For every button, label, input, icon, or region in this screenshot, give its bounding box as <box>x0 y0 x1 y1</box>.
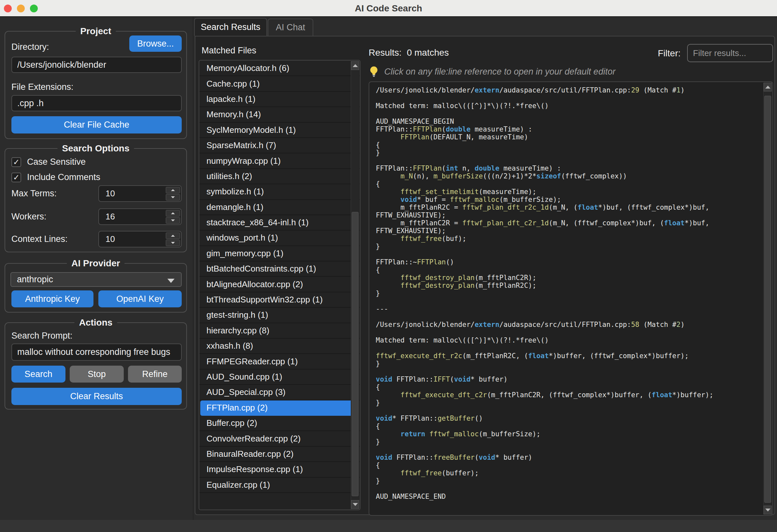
scroll-down-icon[interactable] <box>351 500 359 509</box>
scroll-up-icon[interactable] <box>764 83 772 92</box>
code-line: void* FFTPlan::getBuffer() <box>376 414 761 422</box>
workers-stepper[interactable]: 16 <box>98 209 182 225</box>
file-list-item[interactable]: ConvolverReader.cpp (2) <box>199 431 360 446</box>
tab-search-results[interactable]: Search Results <box>194 18 267 36</box>
context-lines-row: Context Lines: 10 <box>11 231 182 247</box>
file-row-label: AUD_Sound.cpp (1) <box>207 372 282 382</box>
anthropic-key-button[interactable]: Anthropic Key <box>11 290 94 307</box>
file-list-item[interactable]: btAlignedAllocator.cpp (2) <box>199 277 360 292</box>
max-terms-spin-buttons <box>166 186 180 201</box>
spin-down-icon[interactable] <box>166 217 180 224</box>
file-list-scrollbar-thumb[interactable] <box>352 212 358 496</box>
file-extensions-input[interactable] <box>11 95 182 111</box>
file-list-item[interactable]: symbolize.h (1) <box>199 184 360 200</box>
scroll-up-icon[interactable] <box>351 61 359 70</box>
spin-up-icon[interactable] <box>166 233 180 239</box>
file-row-label: btAlignedAllocator.cpp (2) <box>207 279 303 289</box>
file-list-item[interactable]: Cache.cpp (1) <box>199 76 360 92</box>
code-line: --- <box>376 305 761 313</box>
case-sensitive-checkbox[interactable]: ✓ <box>11 157 21 167</box>
code-line: } <box>376 243 761 250</box>
openai-key-button[interactable]: OpenAI Key <box>98 290 182 307</box>
file-list-item[interactable]: hierarchy.cpp (8) <box>199 323 360 339</box>
spin-down-icon[interactable] <box>166 194 180 201</box>
lightbulb-icon <box>369 66 379 78</box>
project-group: Project Directory: Browse... File Extens… <box>5 31 187 139</box>
file-list-item[interactable]: Buffer.cpp (2) <box>199 416 360 431</box>
file-list-item[interactable]: lapacke.h (1) <box>199 92 360 107</box>
code-line: /Users/jonolick/blender/extern/audaspace… <box>376 86 761 94</box>
case-sensitive-label: Case Sensitive <box>27 157 86 167</box>
code-line: return fftwf_malloc(m_bufferSize); <box>376 430 761 438</box>
refine-button[interactable]: Refine <box>128 366 182 383</box>
workers-row: Workers: 16 <box>11 209 182 225</box>
clear-file-cache-button[interactable]: Clear File Cache <box>11 116 182 133</box>
file-list-item[interactable]: gtest-string.h (1) <box>199 308 360 323</box>
code-content[interactable]: /Users/jonolick/blender/extern/audaspace… <box>376 86 761 514</box>
file-list-item[interactable]: SyclMemoryModel.h (1) <box>199 123 360 138</box>
file-row-label: windows_port.h (1) <box>207 233 278 243</box>
file-list-item[interactable]: gim_memory.cpp (1) <box>199 246 360 261</box>
search-prompt-input[interactable] <box>11 344 182 361</box>
include-comments-checkbox[interactable]: ✓ <box>11 172 21 182</box>
code-results-box[interactable]: /Users/jonolick/blender/extern/audaspace… <box>369 82 773 516</box>
code-line: AUD_NAMESPACE_END <box>376 493 761 500</box>
file-row-label: Buffer.cpp (2) <box>207 418 257 428</box>
file-list-item[interactable]: ImpulseResponse.cpp (1) <box>199 462 360 477</box>
max-terms-value: 10 <box>99 188 115 198</box>
code-line: { <box>376 461 761 469</box>
search-button[interactable]: Search <box>11 366 66 383</box>
file-list-item[interactable]: Memory.h (14) <box>199 107 360 122</box>
code-line: void FFTPlan::IFFT(void* buffer) <box>376 375 761 383</box>
code-line: void* buf = fftwf_malloc(m_bufferSize); <box>376 196 761 204</box>
file-row-label: BinauralReader.cpp (2) <box>207 449 294 459</box>
file-list-item[interactable]: btThreadSupportWin32.cpp (1) <box>199 292 360 308</box>
spin-up-icon[interactable] <box>166 187 180 193</box>
code-scrollbar[interactable] <box>763 83 772 514</box>
project-group-title: Project <box>76 26 116 36</box>
file-list-item[interactable]: BinauralReader.cpp (2) <box>199 447 360 462</box>
file-list-item[interactable]: demangle.h (1) <box>199 200 360 215</box>
code-line: FFTW_EXHAUSTIVE); <box>376 227 761 235</box>
results-header: Results: 0 matches <box>369 47 449 58</box>
code-line: fftwf_execute_dft_c2r(m_fftPlanC2R, (fft… <box>376 391 761 399</box>
spin-down-icon[interactable] <box>166 240 180 246</box>
file-row-label: FFMPEGReader.cpp (1) <box>207 357 298 367</box>
file-list-item[interactable]: stacktrace_x86_64-inl.h (1) <box>199 215 360 231</box>
code-line: } <box>376 438 761 446</box>
stop-button[interactable]: Stop <box>70 366 124 383</box>
file-list-item[interactable]: AUD_Sound.cpp (1) <box>199 370 360 385</box>
code-line: fftwf_execute_dft_r2c(m_fftPlanR2C, (flo… <box>376 352 761 360</box>
clear-results-button[interactable]: Clear Results <box>11 388 182 405</box>
search-options-group-title: Search Options <box>58 143 134 154</box>
browse-button[interactable]: Browse... <box>129 35 182 52</box>
file-list-item[interactable]: FFMPEGReader.cpp (1) <box>199 354 360 369</box>
file-list-item[interactable]: FFTPlan.cpp (2) <box>200 400 359 416</box>
code-line: { <box>376 266 761 274</box>
tab-ai-chat[interactable]: AI Chat <box>268 19 313 36</box>
file-list-item[interactable]: windows_port.h (1) <box>199 231 360 246</box>
code-line: Matched term: malloc\(([^)]*\)(?!.*free\… <box>376 102 761 110</box>
ai-provider-select[interactable]: anthropic <box>10 272 182 287</box>
max-terms-stepper[interactable]: 10 <box>98 185 182 202</box>
file-list-item[interactable]: xxhash.h (8) <box>199 339 360 354</box>
code-line <box>376 94 761 102</box>
scroll-down-icon[interactable] <box>764 506 772 514</box>
file-list-item[interactable]: numpyWrap.cpp (1) <box>199 153 360 169</box>
directory-input[interactable] <box>11 57 182 73</box>
code-line: void FFTPlan::freeBuffer(void* buffer) <box>376 453 761 461</box>
file-list-item[interactable]: SparseMatrix.h (7) <box>199 138 360 153</box>
context-lines-stepper[interactable]: 10 <box>98 231 182 247</box>
filter-label: Filter: <box>658 48 681 58</box>
file-list-item[interactable]: btBatchedConstraints.cpp (1) <box>199 261 360 277</box>
file-list-item[interactable]: Equalizer.cpp (1) <box>199 478 360 493</box>
file-list-item[interactable]: AUD_Special.cpp (3) <box>199 385 360 400</box>
filter-input[interactable] <box>687 44 773 62</box>
file-row-label: numpyWrap.cpp (1) <box>207 156 281 166</box>
file-list-scrollbar[interactable] <box>351 61 359 509</box>
file-list-item[interactable]: MemoryAllocator.h (6) <box>199 61 360 76</box>
file-list-item[interactable]: utilities.h (2) <box>199 169 360 184</box>
spin-up-icon[interactable] <box>166 210 180 217</box>
code-line: { <box>376 180 761 188</box>
code-scrollbar-thumb[interactable] <box>764 96 771 503</box>
